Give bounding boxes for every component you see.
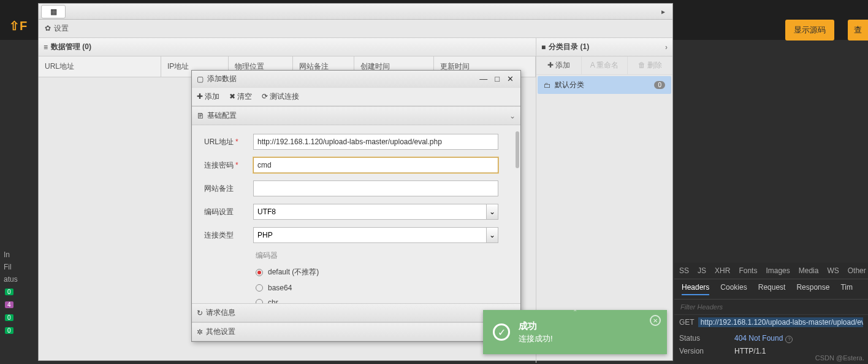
tab-media[interactable]: Media xyxy=(799,266,819,275)
cog-icon: ✲ xyxy=(197,328,203,336)
acc-request-header[interactable]: ↻ 请求信息 xyxy=(192,303,520,322)
request-url-row[interactable]: GET http://192.168.1.120/upload-labs-mas… xyxy=(674,315,868,330)
status-key: Status xyxy=(679,334,734,343)
acc-base-label: 基础配置 xyxy=(207,110,237,121)
tab-images[interactable]: Images xyxy=(766,266,790,275)
category-toolbar: ✚ 添加 A 重命名 🗑 删除 xyxy=(536,56,672,75)
request-url: http://192.168.1.120/upload-labs-master/… xyxy=(698,317,863,327)
success-toast: ⌃ ✓ 成功 连接成功! ✕ xyxy=(483,310,667,354)
add-data-dialog: ▢ 添加数据 — □ ✕ ✚添加 ✖清空 ⟳测试连接 🖹 基础配置 ⌄ URL地… xyxy=(191,70,521,342)
acc-other-header[interactable]: ✲ 其他设置 xyxy=(192,322,520,341)
devtools-filter-tabs: SS JS XHR Fonts Images Media WS Other xyxy=(674,263,868,279)
radio-icon xyxy=(256,269,263,276)
category-panel-title: 分类目录 (1) xyxy=(549,42,589,52)
subtab-response[interactable]: Response xyxy=(796,283,829,295)
toast-arrow-icon[interactable]: ⌃ xyxy=(573,309,577,316)
radio-icon xyxy=(256,284,263,292)
dialog-toolbar: ✚添加 ✖清空 ⟳测试连接 xyxy=(192,87,520,106)
label-type: 连接类型 xyxy=(204,230,253,241)
radio-icon xyxy=(256,299,263,303)
gear-icon: ✿ xyxy=(45,24,51,33)
tab-ws[interactable]: WS xyxy=(827,266,839,275)
chevron-down-icon: ⌄ xyxy=(509,112,516,120)
minimize-button[interactable]: — xyxy=(478,74,489,83)
tab-xhr[interactable]: XHR xyxy=(715,266,730,275)
scrollbar-thumb[interactable] xyxy=(516,131,519,168)
left-dock: In Fil atus 0 4 0 0 xyxy=(0,249,37,337)
encoder-chr-radio[interactable]: chr xyxy=(256,298,508,303)
data-panel-title: 数据管理 (0) xyxy=(51,42,91,52)
show-source-button[interactable]: 显示源码 xyxy=(785,20,834,41)
folder-open-icon: 🗀 xyxy=(544,81,551,90)
acc-base-body: URL地址* 连接密码* 网站备注 编码设置 ⌄ 连接类型 ⌄ 编码器 defa xyxy=(192,125,520,303)
category-item-default[interactable]: 🗀 默认分类 0 xyxy=(538,76,671,94)
password-input[interactable] xyxy=(253,157,498,173)
dock-filter[interactable]: Fil xyxy=(0,261,37,273)
tab-ss[interactable]: SS xyxy=(679,266,689,275)
col-url[interactable]: URL地址 xyxy=(39,56,161,77)
devtools-panel: SS JS XHR Fonts Images Media WS Other He… xyxy=(674,263,868,364)
chevron-right-icon[interactable]: › xyxy=(665,43,668,52)
filter-headers-input[interactable]: Filter Headers xyxy=(674,300,868,315)
tab-scroll-right[interactable]: ▸ xyxy=(661,7,670,16)
info-icon[interactable]: ? xyxy=(785,336,793,343)
font-icon: A xyxy=(590,61,595,69)
x-icon: ✖ xyxy=(229,92,235,101)
subtab-request[interactable]: Request xyxy=(758,283,786,295)
dlg-test-button[interactable]: ⟳测试连接 xyxy=(262,91,299,102)
category-count-badge: 0 xyxy=(654,81,665,89)
encoder-default-radio[interactable]: default (不推荐) xyxy=(256,267,508,277)
toast-title: 成功 xyxy=(519,320,553,332)
cat-delete-button: 🗑 删除 xyxy=(628,56,672,74)
http-method: GET xyxy=(679,318,695,327)
cat-add-button[interactable]: ✚ 添加 xyxy=(536,56,582,74)
plus-circle-icon: ✚ xyxy=(197,92,203,101)
subtab-timing[interactable]: Tim xyxy=(840,283,853,295)
tab-fonts[interactable]: Fonts xyxy=(739,266,757,275)
category-item-label: 默认分类 xyxy=(555,80,584,90)
tab-other[interactable]: Other xyxy=(848,266,866,275)
plus-icon: ✚ xyxy=(547,61,554,69)
check-button[interactable]: 查 xyxy=(848,20,868,41)
label-password: 连接密码* xyxy=(204,160,253,171)
encoding-select[interactable] xyxy=(253,204,486,220)
dialog-title: 添加数据 xyxy=(207,74,237,84)
note-input[interactable] xyxy=(253,180,498,196)
subtab-headers[interactable]: Headers xyxy=(682,283,709,295)
maximize-button[interactable]: □ xyxy=(493,74,501,83)
home-tab[interactable]: ▦ xyxy=(41,5,66,18)
dialog-titlebar[interactable]: ▢ 添加数据 — □ ✕ xyxy=(192,71,520,87)
spinner-icon: ⟳ xyxy=(262,92,268,101)
trash-icon: 🗑 xyxy=(638,61,645,69)
dlg-clear-button[interactable]: ✖清空 xyxy=(229,91,252,102)
file-icon: 🖹 xyxy=(197,112,204,120)
folder-icon: ■ xyxy=(541,43,546,52)
version-value: HTTP/1.1 xyxy=(734,347,766,355)
encoder-section-label: 编码器 xyxy=(256,250,508,261)
status-value: 404 Not Found xyxy=(734,334,783,343)
toast-close-button[interactable]: ✕ xyxy=(650,315,661,326)
acc-other-label: 其他设置 xyxy=(206,327,235,337)
refresh-icon: ↻ xyxy=(197,309,203,317)
acc-base-header[interactable]: 🖹 基础配置 ⌄ xyxy=(192,106,520,125)
badge-0b: 0 xyxy=(5,314,13,321)
encoding-dropdown-button[interactable]: ⌄ xyxy=(486,204,498,220)
version-key: Version xyxy=(679,347,734,355)
type-select[interactable] xyxy=(253,227,486,243)
url-input[interactable] xyxy=(253,134,498,150)
grid-icon: ▦ xyxy=(50,7,57,16)
watermark: CSDN @Estera. xyxy=(815,354,864,362)
dock-status: atus xyxy=(0,273,37,285)
category-panel-header[interactable]: ■ 分类目录 (1) › xyxy=(536,38,672,56)
data-panel-header[interactable]: ≡ 数据管理 (0) xyxy=(39,38,536,56)
close-button[interactable]: ✕ xyxy=(505,74,516,83)
settings-row[interactable]: ✿设置 xyxy=(39,20,672,38)
dlg-add-button[interactable]: ✚添加 xyxy=(197,91,219,102)
tab-bar: ▦ ▸ xyxy=(39,4,672,20)
subtab-cookies[interactable]: Cookies xyxy=(720,283,747,295)
tab-js[interactable]: JS xyxy=(698,266,706,275)
type-dropdown-button[interactable]: ⌄ xyxy=(486,227,498,243)
encoder-base64-radio[interactable]: base64 xyxy=(256,284,508,292)
cat-rename-button: A 重命名 xyxy=(582,56,627,74)
dock-in[interactable]: In xyxy=(4,250,10,259)
